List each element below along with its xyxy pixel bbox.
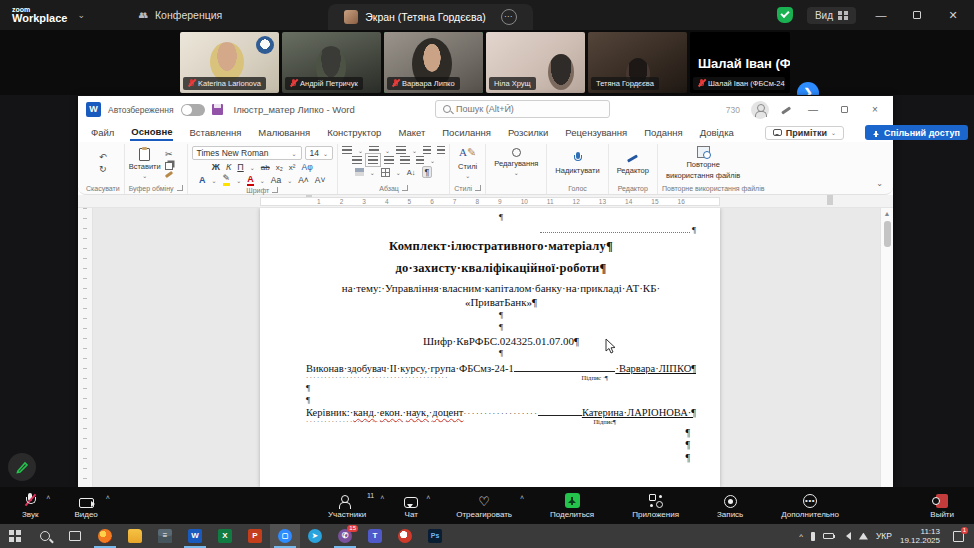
audio-button[interactable]: ˄ Звук (12, 492, 48, 519)
chevron-down-icon[interactable]: ⌄ (77, 10, 85, 20)
share-screen-button[interactable]: Поделиться (540, 492, 604, 519)
bold-button[interactable]: Ж (212, 162, 220, 172)
strikethrough-button[interactable]: ab (261, 163, 270, 172)
tab-home[interactable]: Основне (130, 124, 173, 141)
font-color-button[interactable]: А (247, 175, 254, 186)
save-icon[interactable] (212, 104, 223, 115)
text-effects-button[interactable]: Аφ (301, 162, 312, 172)
grow-font-button[interactable]: А˄ (298, 175, 309, 185)
align-left-icon[interactable] (352, 156, 362, 164)
align-right-icon[interactable] (384, 156, 394, 164)
task-view-button[interactable] (60, 524, 90, 548)
taskbar-telegram[interactable]: ➤ (300, 524, 330, 548)
participants-button[interactable]: 11 ˄ Участники (318, 492, 376, 519)
search-input[interactable] (456, 104, 586, 114)
right-indent-marker[interactable] (827, 195, 833, 205)
number-list-icon[interactable] (369, 146, 379, 154)
tab-file[interactable]: Файл (90, 125, 115, 140)
security-shield-icon[interactable] (777, 7, 793, 23)
dialog-launcher-icon[interactable] (475, 185, 481, 191)
speaker-icon[interactable] (842, 532, 851, 540)
paste-button[interactable]: Вставити ⌄ (129, 148, 161, 179)
pen-mode-icon[interactable] (780, 104, 792, 116)
chevron-down-icon[interactable]: ⌄ (250, 164, 255, 171)
undo-icon[interactable]: ↶ (99, 153, 107, 162)
borders-icon[interactable] (381, 168, 390, 177)
superscript-button[interactable]: x² (289, 163, 296, 172)
minimize-button[interactable]: — (870, 9, 892, 21)
chevron-up-icon[interactable]: ˄ (426, 494, 430, 501)
chevron-up-icon[interactable]: ˄ (520, 494, 524, 501)
tab-more-icon[interactable]: ⋯ (501, 9, 517, 25)
italic-button[interactable]: К (226, 162, 231, 172)
taskbar-firefox[interactable] (90, 524, 120, 548)
apps-button[interactable]: Приложения (622, 492, 689, 519)
taskbar-red-app[interactable] (390, 524, 420, 548)
tab-insert[interactable]: Вставлення (188, 125, 242, 140)
tab-help[interactable]: Довідка (699, 125, 735, 140)
participant-tile-active-speaker[interactable]: Варвара Липко (384, 32, 483, 93)
taskbar-powerpoint[interactable]: P (240, 524, 270, 548)
react-button[interactable]: ˄ ♡ Отреагировать (446, 492, 522, 519)
multilevel-list-icon[interactable] (396, 146, 406, 154)
scrollbar-thumb[interactable] (884, 221, 891, 247)
wordart-button[interactable]: А (199, 175, 206, 185)
word-close-button[interactable]: × (865, 104, 885, 115)
battery-icon[interactable] (823, 533, 834, 539)
cut-icon[interactable]: ✂ (165, 150, 173, 159)
record-button[interactable]: Запись (707, 492, 753, 519)
taskbar-teams[interactable]: T (360, 524, 390, 548)
tab-meeting[interactable]: 👥︎ Конференция (123, 0, 238, 30)
video-button[interactable]: ˄ Видео (64, 492, 107, 519)
collapse-ribbon-icon[interactable]: ⌄ (876, 179, 883, 188)
tab-layout[interactable]: Макет (397, 125, 426, 140)
word-minimize-button[interactable]: — (803, 104, 823, 115)
dialog-launcher-icon[interactable] (272, 187, 278, 193)
shrink-font-button[interactable]: А˅ (315, 175, 326, 185)
language-indicator[interactable]: УКР (876, 531, 892, 541)
chevron-up-icon[interactable]: ˄ (380, 494, 384, 501)
copy-icon[interactable] (165, 162, 173, 170)
participant-tile[interactable]: Ніла Хрущ (486, 32, 585, 93)
taskbar-photoshop[interactable]: Ps (420, 524, 450, 548)
chevron-up-icon[interactable]: ˄ (106, 494, 110, 501)
chat-button[interactable]: ˄ Чат (394, 492, 428, 519)
start-button[interactable] (0, 524, 30, 548)
highlight-button[interactable]: ✎ (223, 174, 231, 186)
bullet-list-icon[interactable] (342, 146, 352, 154)
clock[interactable]: 11:13 19.12.2025 (900, 527, 940, 545)
increase-indent-icon[interactable] (437, 146, 445, 154)
more-button[interactable]: ••• Дополнительно (771, 492, 849, 519)
tab-mailings[interactable]: Розсилки (507, 125, 549, 140)
share-access-button[interactable]: Спільний доступ (865, 125, 968, 140)
leave-button[interactable]: Выйти (920, 492, 964, 519)
subscript-button[interactable]: x₂ (276, 163, 283, 172)
editor-button[interactable]: Редактор (613, 152, 653, 175)
autosave-toggle[interactable] (181, 104, 205, 116)
redo-icon[interactable]: ↻ (99, 165, 107, 174)
format-painter-icon[interactable] (165, 171, 173, 178)
participant-tile[interactable]: Katerina Larionova (180, 32, 279, 93)
align-center-icon[interactable] (368, 156, 378, 164)
dictate-button[interactable]: Надиктувати (551, 152, 603, 175)
chevron-up-icon[interactable]: ˄ (46, 494, 50, 501)
dialog-launcher-icon[interactable] (177, 185, 183, 191)
participant-tile[interactable]: Тетяна Гордєєва (588, 32, 687, 93)
wifi-icon[interactable] (859, 533, 868, 540)
decrease-indent-icon[interactable] (423, 146, 431, 154)
vertical-scrollbar[interactable]: ▲ (880, 208, 893, 487)
editing-button[interactable]: Редагування ⌄ (490, 148, 542, 177)
align-justify-icon[interactable] (400, 156, 410, 164)
taskbar-viber[interactable]: ✆15 (330, 524, 360, 548)
view-button[interactable]: Вид (807, 7, 856, 24)
tab-screen-share[interactable]: Экран (Тетяна Гордєєва) ⋯ (328, 4, 532, 30)
taskbar-search-button[interactable] (30, 524, 60, 548)
reuse-files-button[interactable]: Повторне використання файлів (662, 146, 744, 180)
participant-tile[interactable]: Андрій Петричук (282, 32, 381, 93)
font-name-select[interactable]: Times New Roman⌄ (192, 146, 302, 160)
search-box[interactable] (435, 100, 610, 118)
account-avatar[interactable] (751, 101, 769, 119)
change-case-button[interactable]: Aa (271, 175, 281, 185)
tab-design[interactable]: Конструктор (326, 125, 382, 140)
word-restore-button[interactable] (834, 104, 854, 115)
